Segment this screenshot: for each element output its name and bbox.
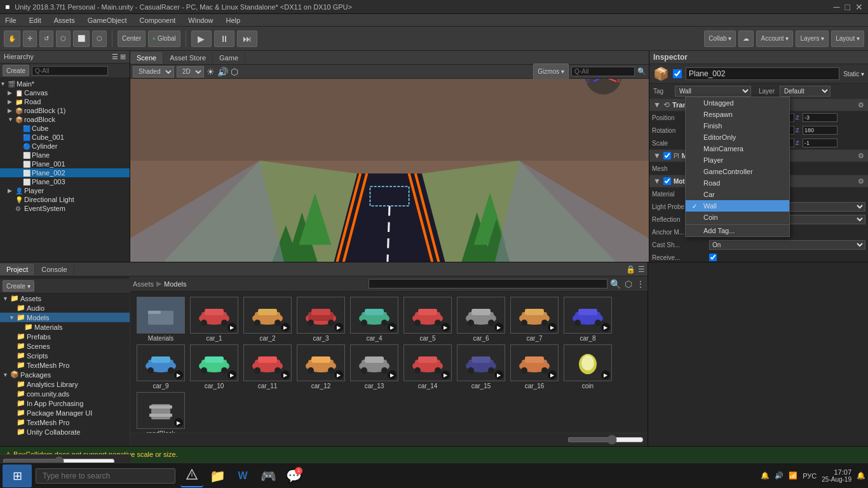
- proj-collaborate[interactable]: ▶ 📁 Unity Collaborate: [0, 427, 130, 437]
- asset-coin[interactable]: ▶ coin: [562, 344, 613, 390]
- asset-car10[interactable]: ▶ car_10: [189, 344, 240, 390]
- move-tool-btn[interactable]: ✛: [23, 30, 37, 47]
- project-options-icon[interactable]: ⋮: [636, 279, 645, 289]
- asset-car11[interactable]: ▶ car_11: [242, 344, 293, 390]
- hier-item-cube001[interactable]: ▶ 🟦 Cube_001: [0, 133, 130, 142]
- path-models[interactable]: Models: [164, 280, 186, 288]
- hier-item-roadblock1[interactable]: ▶ 📦 roadBlock (1): [0, 106, 130, 115]
- path-assets[interactable]: Assets: [133, 280, 154, 288]
- proj-materials[interactable]: ▶ 📁 Materials: [0, 322, 130, 332]
- shading-dropdown[interactable]: Shaded: [133, 66, 174, 78]
- scale-z-field[interactable]: [803, 139, 837, 147]
- lighting-btn[interactable]: ☀: [207, 67, 215, 77]
- project-pin-icon[interactable]: 🔒: [626, 265, 635, 274]
- menu-gameobject[interactable]: GameObject: [85, 17, 130, 24]
- hier-item-plane002[interactable]: ▶ ⬜ Plane_002: [0, 168, 130, 177]
- asset-car13[interactable]: ▶ car_13: [349, 344, 400, 390]
- static-dropdown[interactable]: Static ▾: [843, 71, 864, 78]
- mat-settings-icon[interactable]: ⚙: [858, 177, 864, 186]
- tag-untagged[interactable]: Untagged: [686, 97, 789, 109]
- asset-car14[interactable]: ▶ car_14: [402, 344, 453, 390]
- view-dropdown[interactable]: 2D: [177, 66, 204, 78]
- hier-item-cylinder[interactable]: ▶ 🔵 Cylinder: [0, 142, 130, 151]
- scene-viewport[interactable]: Y X Z ← Persp: [130, 79, 649, 262]
- menu-component[interactable]: Component: [137, 17, 178, 24]
- zoom-slider[interactable]: [567, 435, 644, 445]
- tab-project[interactable]: Project: [0, 264, 35, 275]
- gizmos-btn[interactable]: Gizmos ▾: [533, 64, 569, 80]
- menu-file[interactable]: File: [3, 17, 19, 24]
- asset-car4[interactable]: ▶ car_4: [349, 297, 400, 342]
- hand-tool-btn[interactable]: ✋: [4, 30, 20, 47]
- proj-models[interactable]: ▼ 📁 Models: [0, 313, 130, 322]
- layout-btn[interactable]: Layout ▾: [831, 30, 864, 47]
- layer-select[interactable]: Default: [780, 86, 831, 97]
- minimize-btn[interactable]: ─: [834, 2, 840, 12]
- taskbar-explorer-icon[interactable]: 📁: [206, 464, 229, 487]
- tag-gamecontroller[interactable]: GameController: [686, 166, 789, 177]
- tab-game[interactable]: Game: [213, 52, 245, 64]
- center-btn[interactable]: Center: [118, 30, 146, 47]
- taskbar-lang[interactable]: РУС: [803, 472, 817, 480]
- hier-item-main[interactable]: ▼ 🎬 Main*: [0, 79, 130, 88]
- tag-maincamera[interactable]: MainCamera: [686, 143, 789, 154]
- hier-item-dirlight[interactable]: ▶ 💡 Directional Light: [0, 195, 130, 204]
- proj-ads[interactable]: ▶ 📁 com.unity.ads: [0, 389, 130, 398]
- asset-car7[interactable]: ▶ car_7: [509, 297, 560, 342]
- hier-item-player[interactable]: ▶ 👤 Player: [0, 186, 130, 195]
- rot-z-field[interactable]: [803, 126, 837, 135]
- pause-btn[interactable]: ⏸: [214, 30, 234, 47]
- tag-coin[interactable]: Coin: [686, 212, 789, 223]
- hier-item-road[interactable]: ▶ 📁 Road: [0, 97, 130, 106]
- menu-window[interactable]: Window: [186, 17, 215, 24]
- tag-respawn[interactable]: Respawn: [686, 109, 789, 120]
- hier-item-canvas[interactable]: ▶ 📋 Canvas: [0, 88, 130, 97]
- menu-edit[interactable]: Edit: [27, 17, 44, 24]
- hierarchy-search-input[interactable]: [32, 66, 108, 76]
- tag-finish[interactable]: Finish: [686, 120, 789, 132]
- asset-car6[interactable]: ▶ car_6: [456, 297, 506, 342]
- collab-btn[interactable]: Collab ▾: [704, 30, 736, 47]
- mat-enabled-checkbox[interactable]: [663, 177, 671, 185]
- audio-btn[interactable]: 🔊: [217, 67, 228, 77]
- hier-item-roadblock[interactable]: ▼ 📦 roadBlock: [0, 115, 130, 124]
- tag-select[interactable]: Wall: [675, 86, 751, 97]
- proj-textmesh2[interactable]: ▶ 📁 TextMesh Pro: [0, 417, 130, 427]
- active-checkbox[interactable]: [673, 69, 682, 78]
- proj-textmesh[interactable]: ▶ 📁 TextMesh Pro: [0, 360, 130, 370]
- tag-car[interactable]: Car: [686, 189, 789, 200]
- cloud-btn[interactable]: ☁: [738, 30, 754, 47]
- play-btn[interactable]: ▶: [191, 30, 212, 47]
- asset-car1[interactable]: ▶ car_1: [189, 297, 240, 342]
- tag-editoronly[interactable]: EditorOnly: [686, 132, 789, 143]
- asset-car3[interactable]: ▶ car_3: [295, 297, 346, 342]
- proj-analytics[interactable]: ▶ 📁 Analytics Library: [0, 379, 130, 389]
- asset-car15[interactable]: ▶ car_15: [456, 344, 506, 390]
- pos-z-field[interactable]: [803, 113, 837, 122]
- taskbar-unity-icon[interactable]: [180, 464, 203, 487]
- taskbar-start-btn[interactable]: ⊞: [3, 464, 32, 487]
- proj-pkgmgr[interactable]: ▶ 📁 Package Manager UI: [0, 408, 130, 417]
- proj-packages[interactable]: ▼ 📦 Packages: [0, 370, 130, 379]
- scale-tool-btn[interactable]: ⬡: [56, 30, 71, 47]
- tab-scene[interactable]: Scene: [130, 52, 163, 64]
- project-menu-icon[interactable]: ☰: [638, 265, 645, 274]
- tag-road[interactable]: Road: [686, 177, 789, 189]
- proj-prefabs[interactable]: ▶ 📁 Prefabs: [0, 332, 130, 341]
- asset-car16[interactable]: ▶ car_16: [509, 344, 560, 390]
- cast-shadows-select[interactable]: On: [709, 240, 865, 250]
- menu-assets[interactable]: Assets: [51, 17, 78, 24]
- hier-item-eventsystem[interactable]: ▶ ⚙ EventSystem: [0, 204, 130, 213]
- mesh-enabled-checkbox[interactable]: [663, 152, 671, 159]
- asset-materials[interactable]: Materials: [135, 297, 186, 342]
- asset-car8[interactable]: ▶ car_8: [562, 297, 613, 342]
- asset-car12[interactable]: ▶ car_12: [295, 344, 346, 390]
- rect-tool-btn[interactable]: ⬜: [73, 30, 90, 47]
- hier-item-plane001[interactable]: ▶ ⬜ Plane_001: [0, 159, 130, 168]
- global-btn[interactable]: ● Global: [148, 30, 180, 47]
- proj-scenes[interactable]: ▶ 📁 Scenes: [0, 341, 130, 351]
- project-filter-icon[interactable]: ⬡: [625, 279, 632, 289]
- taskbar-word-icon[interactable]: W: [231, 464, 254, 487]
- close-btn[interactable]: ✕: [855, 2, 863, 12]
- proj-scripts[interactable]: ▶ 📁 Scripts: [0, 351, 130, 360]
